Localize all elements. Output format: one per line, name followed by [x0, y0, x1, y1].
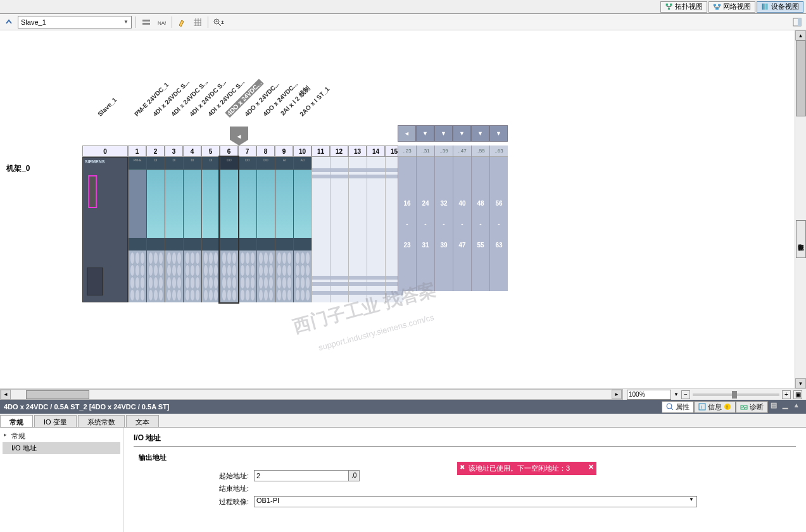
panel-layout-icon[interactable]: ▤	[768, 401, 779, 413]
device-canvas[interactable]: 机架_0 Slave_1 PM-E 24VDC_1 4DI x 24VDC S.…	[0, 30, 795, 388]
extension-rack: ◄ ▼ ▼ ▼ ▼ ▼ ..2316-23 ..3124-31 ..3932-3…	[382, 125, 508, 291]
topology-label: 拓扑视图	[675, 2, 703, 11]
close-error-icon[interactable]: ✕	[588, 463, 594, 471]
empty-slot-13[interactable]	[348, 157, 367, 302]
ext-slot-6[interactable]: ..6356-63	[489, 145, 508, 291]
hscroll-thumb[interactable]	[26, 390, 89, 399]
show-names-icon[interactable]: NAME	[155, 16, 168, 28]
watermark-sub: support.industry.siemens.com/cs	[317, 312, 435, 352]
device-toolbar: Slave_1 NAME +±	[0, 14, 806, 30]
module-slot-4[interactable]: DI	[183, 157, 201, 302]
empty-slot-12[interactable]	[330, 157, 348, 302]
property-title-bar: 4DO x 24VDC / 0.5A ST_2 [4DO x 24VDC / 0…	[0, 400, 806, 414]
properties-tab-button[interactable]: 属性	[662, 401, 694, 413]
scroll-right-icon[interactable]: ►	[612, 390, 622, 399]
ext-expand-1[interactable]: ▼	[416, 125, 434, 142]
device-selector[interactable]: Slave_1	[18, 16, 132, 28]
vscroll-thumb[interactable]	[796, 40, 806, 116]
diagnostics-tab-button[interactable]: 诊断	[736, 401, 768, 413]
ext-slot-3[interactable]: ..3932-39	[434, 145, 453, 291]
ext-expand-3[interactable]: ▼	[453, 125, 471, 142]
vertical-scrollbar[interactable]: ▲ ▼	[795, 30, 806, 388]
content-header: I/O 地址	[134, 433, 796, 447]
property-tree: 常规 I/O 地址	[0, 428, 123, 532]
module-slot-2[interactable]: DI	[146, 157, 165, 302]
horizontal-scrollbar[interactable]: ◄ ►	[0, 389, 622, 400]
scroll-left-icon[interactable]: ◄	[1, 390, 11, 400]
nav-up-icon[interactable]	[3, 16, 15, 28]
panel-minimize-icon[interactable]: ▁	[779, 401, 791, 413]
start-address-input[interactable]	[254, 470, 349, 481]
ext-slot-1[interactable]: ..2316-23	[398, 145, 416, 291]
module-slot-9[interactable]: AI	[275, 157, 293, 302]
profinet-connector	[88, 175, 97, 208]
scroll-down-icon[interactable]: ▼	[795, 378, 806, 388]
device-data-tab[interactable]: 设备数据	[796, 220, 806, 258]
tree-general[interactable]: 常规	[3, 430, 120, 442]
property-content: I/O 地址 输出地址 起始地址: .0 结束地址: 过程映像: OB1-PI …	[123, 428, 806, 532]
zoom-tool-icon[interactable]: +±	[212, 16, 225, 28]
ext-expand-2[interactable]: ▼	[434, 125, 453, 142]
topology-view-button[interactable]: 拓扑视图	[660, 1, 707, 13]
zoom-level-input[interactable]	[627, 390, 671, 400]
subtab-iovar[interactable]: IO 变量	[34, 415, 77, 427]
process-image-label: 过程映像:	[203, 497, 254, 507]
panel-maximize-icon[interactable]: ▴	[791, 401, 802, 413]
subtab-text[interactable]: 文本	[126, 415, 159, 427]
svg-rect-3	[714, 4, 716, 6]
module-slot-7[interactable]: DO	[238, 157, 256, 302]
device-canvas-area: 机架_0 Slave_1 PM-E 24VDC_1 4DI x 24VDC S.…	[0, 30, 806, 388]
show-labels-icon[interactable]	[140, 16, 153, 28]
toggle-panel-icon[interactable]	[791, 16, 803, 28]
content-subheader: 输出地址	[134, 453, 796, 462]
zoom-in-icon[interactable]: +	[782, 390, 791, 399]
svg-rect-15	[798, 18, 801, 26]
tree-ioaddr[interactable]: I/O 地址	[3, 442, 120, 454]
highlight-icon[interactable]	[176, 16, 189, 28]
ext-slot-4[interactable]: ..4740-47	[453, 145, 471, 291]
grid-icon[interactable]	[191, 16, 204, 28]
property-subtabs: 常规 IO 变量 系统常数 文本	[0, 414, 806, 428]
device-rack: SIEMENS PM-E DI DI DI DI DO DO DO AI AO	[82, 157, 403, 302]
module-slot-8[interactable]: DO	[256, 157, 275, 302]
warning-badge-icon: !	[724, 403, 731, 411]
ext-expand-4[interactable]: ▼	[471, 125, 489, 142]
module-slot-10[interactable]: AO	[293, 157, 312, 302]
slot-number-row: 0 1 2 3 4 5 6 7 8 9 10 11 12 13 14 15	[82, 145, 403, 157]
ext-expand-5[interactable]: ▼	[489, 125, 508, 142]
device-view-button[interactable]: 设备视图	[757, 1, 803, 13]
subtab-sysconst[interactable]: 系统常数	[78, 415, 125, 427]
svg-rect-7	[764, 4, 765, 10]
rack-label: 机架_0	[6, 163, 30, 174]
network-view-button[interactable]: 网络视图	[708, 1, 755, 13]
ext-slot-2[interactable]: ..3124-31	[416, 145, 434, 291]
svg-text:!: !	[726, 404, 727, 410]
module-slot-1[interactable]: PM-E	[128, 157, 146, 302]
zoom-slider[interactable]	[693, 393, 779, 396]
subtab-general[interactable]: 常规	[0, 415, 33, 427]
empty-slot-11[interactable]	[312, 157, 330, 302]
module-slot-6[interactable]: DO	[220, 157, 238, 302]
ext-slot-5[interactable]: ..5548-55	[471, 145, 489, 291]
start-address-suffix: .0	[349, 470, 360, 481]
network-icon	[713, 3, 721, 11]
svg-rect-0	[666, 4, 668, 6]
ext-scroll-left[interactable]: ◄	[398, 125, 416, 142]
svg-rect-2	[668, 8, 670, 9]
property-title: 4DO x 24VDC / 0.5A ST_2 [4DO x 24VDC / 0…	[4, 403, 169, 411]
module-slot-5[interactable]: DI	[201, 157, 220, 302]
scroll-up-icon[interactable]: ▲	[795, 30, 806, 40]
svg-rect-9	[142, 20, 150, 22]
property-body: 常规 I/O 地址 I/O 地址 输出地址 起始地址: .0 结束地址: 过程映…	[0, 428, 806, 532]
zoom-fit-icon[interactable]: ▣	[793, 390, 802, 399]
svg-rect-10	[142, 23, 150, 25]
zoom-out-icon[interactable]: −	[681, 390, 690, 399]
info-tab-button[interactable]: i 信息 !	[694, 401, 736, 413]
process-image-select[interactable]: OB1-PI	[254, 496, 697, 507]
module-slot-3[interactable]: DI	[165, 157, 183, 302]
svg-rect-5	[715, 8, 719, 9]
end-address-label: 结束地址:	[203, 484, 254, 493]
rack-interface-module[interactable]: SIEMENS	[82, 157, 128, 302]
network-label: 网络视图	[723, 2, 751, 11]
svg-rect-6	[762, 4, 764, 10]
